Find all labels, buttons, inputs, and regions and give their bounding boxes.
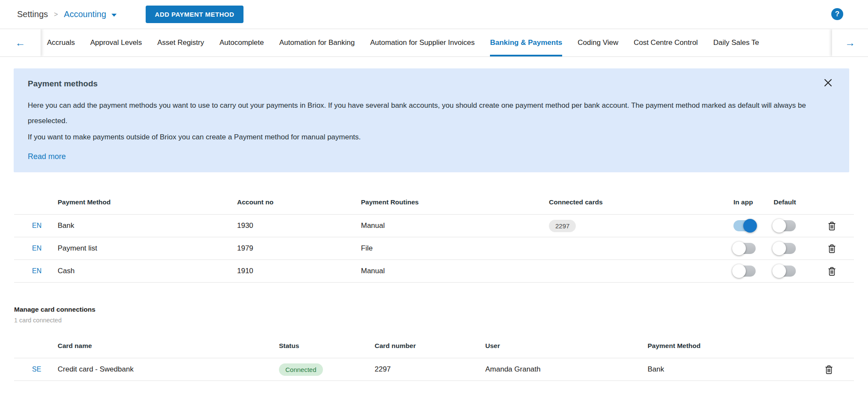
banner-title: Payment methods: [28, 79, 819, 89]
tab-autocomplete[interactable]: Autocomplete: [220, 29, 264, 56]
default-toggle[interactable]: [774, 266, 796, 277]
banner-paragraph-2: If you want to make payments outside of …: [28, 132, 819, 143]
in-app-toggle[interactable]: [733, 243, 756, 254]
tab-daily-sales[interactable]: Daily Sales Te: [713, 29, 759, 56]
tab-banking-and-payments[interactable]: Banking & Payments: [490, 29, 562, 56]
card-payment-method: Bank: [648, 365, 776, 374]
col-in-app: In app: [733, 198, 774, 206]
payment-routine: File: [361, 244, 549, 253]
trash-icon: [827, 221, 836, 231]
payment-method-name: Cash: [58, 267, 237, 275]
trash-icon: [827, 244, 836, 254]
payment-methods-table: Payment Method Account no Payment Routin…: [14, 190, 854, 283]
connected-card-chip: 2297: [549, 220, 576, 232]
tab-asset-registry[interactable]: Asset Registry: [157, 29, 204, 56]
manage-card-connections-title: Manage card connections: [14, 306, 854, 313]
trash-icon: [824, 365, 833, 375]
tab-coding-view[interactable]: Coding View: [578, 29, 618, 56]
payment-method-row-cash: EN Cash 1910 Manual: [14, 260, 854, 283]
arrow-left-icon: ←: [15, 37, 26, 49]
delete-payment-method-button[interactable]: [826, 265, 838, 278]
help-icon[interactable]: ?: [831, 8, 843, 20]
tab-approval-levels[interactable]: Approval Levels: [90, 29, 142, 56]
tab-automation-for-banking[interactable]: Automation for Banking: [279, 29, 355, 56]
default-toggle[interactable]: [774, 220, 796, 231]
col-status: Status: [279, 342, 375, 350]
add-payment-method-button[interactable]: ADD PAYMENT METHOD: [146, 6, 244, 23]
card-connection-row: SE Credit card - Swedbank Connected 2297…: [14, 358, 854, 381]
account-no: 1910: [237, 267, 361, 275]
payment-method-name: Bank: [58, 221, 237, 230]
settings-tab-bar: Accruals Approval Levels Asset Registry …: [0, 29, 868, 57]
payment-methods-table-header: Payment Method Account no Payment Routin…: [14, 190, 854, 215]
payment-routine: Manual: [361, 221, 549, 230]
top-bar: Settings > Accounting ADD PAYMENT METHOD…: [0, 0, 868, 29]
in-app-toggle[interactable]: [733, 266, 756, 277]
read-more-link[interactable]: Read more: [28, 152, 66, 161]
payment-routine: Manual: [361, 267, 549, 275]
manage-card-connections-section: Manage card connections 1 card connected: [14, 306, 854, 324]
card-user: Amanda Granath: [485, 365, 648, 374]
payment-methods-info-banner: Payment methods Here you can add the pay…: [14, 68, 849, 172]
col-user: User: [485, 342, 648, 350]
breadcrumb-settings[interactable]: Settings: [17, 9, 48, 19]
close-banner-button[interactable]: [821, 75, 836, 90]
status-badge: Connected: [279, 363, 323, 376]
payment-method-row-bank: EN Bank 1930 Manual 2297: [14, 215, 854, 237]
delete-card-connection-button[interactable]: [823, 363, 835, 376]
breadcrumb-accounting[interactable]: Accounting: [64, 9, 106, 19]
banner-paragraph-1: Here you can add the payment methods you…: [28, 98, 819, 129]
language-link[interactable]: EN: [14, 222, 58, 230]
tab-cost-centre-control[interactable]: Cost Centre Control: [633, 29, 698, 56]
breadcrumb-separator: >: [54, 11, 58, 18]
col-card-name: Card name: [58, 342, 279, 350]
tab-list: Accruals Approval Levels Asset Registry …: [0, 29, 868, 56]
col-payment-method: Payment Method: [648, 342, 776, 350]
close-icon: [823, 78, 833, 88]
arrow-right-icon: →: [845, 37, 855, 49]
tab-automation-for-supplier-invoices[interactable]: Automation for Supplier Invoices: [370, 29, 475, 56]
card-connections-table-header: Card name Status Card number User Paymen…: [14, 334, 854, 358]
delete-payment-method-button[interactable]: [826, 242, 838, 255]
trash-icon: [827, 266, 836, 276]
card-name: Credit card - Swedbank: [58, 365, 279, 374]
scroll-tabs-right-button[interactable]: →: [832, 29, 868, 56]
default-toggle[interactable]: [774, 243, 796, 254]
col-payment-method: Payment Method: [58, 198, 237, 206]
in-app-toggle[interactable]: [733, 220, 756, 231]
language-link[interactable]: EN: [14, 267, 58, 275]
col-connected-cards: Connected cards: [549, 198, 733, 206]
payment-method-name: Payment list: [58, 244, 237, 253]
delete-payment-method-button[interactable]: [826, 219, 838, 233]
breadcrumb: Settings > Accounting: [17, 9, 117, 19]
col-account-no: Account no: [237, 198, 361, 206]
language-link[interactable]: SE: [14, 366, 58, 373]
col-card-number: Card number: [375, 342, 485, 350]
card-connected-count: 1 card connected: [14, 317, 854, 324]
account-no: 1979: [237, 244, 361, 253]
language-link[interactable]: EN: [14, 245, 58, 252]
payment-method-row-payment-list: EN Payment list 1979 File: [14, 237, 854, 260]
card-number: 2297: [375, 365, 485, 374]
card-connections-table: Card name Status Card number User Paymen…: [14, 334, 854, 381]
tab-accruals[interactable]: Accruals: [47, 29, 75, 56]
col-payment-routines: Payment Routines: [361, 198, 549, 206]
account-no: 1930: [237, 221, 361, 230]
chevron-down-icon[interactable]: [111, 14, 117, 17]
col-default: Default: [774, 198, 826, 206]
scroll-tabs-left-button[interactable]: ←: [0, 29, 41, 56]
